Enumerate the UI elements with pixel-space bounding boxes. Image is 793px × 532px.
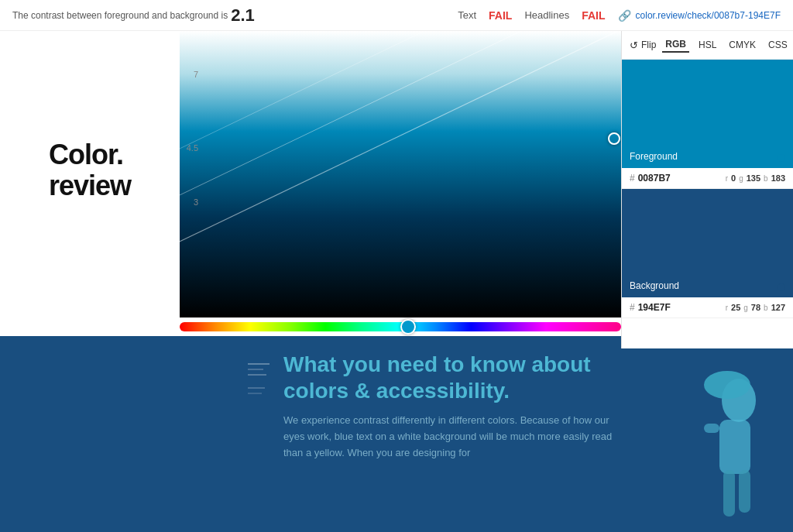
foreground-dot xyxy=(778,154,785,162)
bg-b-value: 127 xyxy=(771,303,785,312)
label-7: 7 xyxy=(180,70,201,79)
deco-line-5 xyxy=(248,393,262,394)
bottom-figure xyxy=(661,369,770,532)
bg-rgb-values: r 25 g 78 b 127 xyxy=(726,303,785,312)
flip-label: Flip xyxy=(641,39,656,50)
contrast-description: The contrast between foreground and back… xyxy=(12,10,228,21)
color-picker-dot[interactable] xyxy=(608,132,620,145)
url-text: color.review/check/0087b7-194E7F xyxy=(636,10,781,21)
contrast-info: The contrast between foreground and back… xyxy=(12,5,458,26)
bottom-section: What you need to know about colors & acc… xyxy=(0,336,793,532)
svg-rect-7 xyxy=(704,424,719,433)
tab-cmyk[interactable]: CMYK xyxy=(726,38,759,52)
fg-r-value: 0 xyxy=(731,173,736,183)
text-label: Text xyxy=(458,9,476,21)
background-input-row: # r 25 g 78 b 127 xyxy=(622,297,793,318)
svg-rect-0 xyxy=(180,31,621,317)
tab-rgb[interactable]: RGB xyxy=(662,37,689,53)
fg-hash: # xyxy=(630,173,635,184)
deco-line-1 xyxy=(248,363,269,365)
decorative-lines xyxy=(248,363,269,394)
headlines-fail-badge: FAIL xyxy=(582,9,605,22)
background-swatch[interactable]: Background xyxy=(622,189,793,297)
foreground-input-row: # r 0 g 135 b 183 xyxy=(622,168,793,189)
deco-line-4 xyxy=(248,387,265,389)
color-panel: ↺ Flip RGB HSL CMYK CSS Foreground # r 0… xyxy=(621,31,793,348)
background-dot xyxy=(778,283,785,291)
headlines-label: Headlines xyxy=(524,9,569,21)
gradient-lines-svg xyxy=(180,31,621,317)
logo: Color. review xyxy=(49,139,131,201)
svg-point-5 xyxy=(704,371,750,399)
bg-g-value: 78 xyxy=(751,303,760,312)
bg-r-value: 25 xyxy=(731,303,740,312)
bg-hex-input[interactable] xyxy=(638,302,723,313)
hue-track[interactable] xyxy=(180,322,621,331)
label-3: 3 xyxy=(180,197,201,207)
label-4-5: 4.5 xyxy=(180,143,201,153)
color-gradient-canvas[interactable] xyxy=(180,31,621,317)
pass-fail-indicators: Text FAIL Headlines FAIL xyxy=(458,9,605,22)
hue-thumb[interactable] xyxy=(400,319,416,335)
foreground-swatch[interactable]: Foreground xyxy=(622,60,793,168)
bottom-content-area: What you need to know about colors & acc… xyxy=(283,352,624,462)
contrast-value: 2.1 xyxy=(231,5,255,26)
flip-icon: ↺ xyxy=(630,39,638,51)
logo-line2: review xyxy=(49,170,131,201)
link-icon: 🔗 xyxy=(618,9,631,22)
fg-rgb-values: r 0 g 135 b 183 xyxy=(726,173,785,183)
background-label: Background xyxy=(630,280,679,291)
flip-button[interactable]: ↺ Flip xyxy=(630,39,656,51)
deco-line-3 xyxy=(248,374,266,376)
bg-hash: # xyxy=(630,302,635,313)
bottom-body: We experience contrast differently in di… xyxy=(283,413,624,461)
svg-rect-9 xyxy=(739,470,750,513)
tab-hsl[interactable]: HSL xyxy=(695,38,719,52)
fg-g-value: 135 xyxy=(747,173,760,183)
contrast-level-labels: 7 4.5 3 xyxy=(180,31,203,317)
fg-hex-input[interactable] xyxy=(638,173,723,184)
url-bar[interactable]: 🔗 color.review/check/0087b7-194E7F xyxy=(618,9,781,22)
text-fail-badge: FAIL xyxy=(489,9,512,22)
svg-rect-8 xyxy=(723,470,735,517)
svg-rect-6 xyxy=(719,420,750,474)
deco-line-2 xyxy=(248,369,263,370)
logo-area: Color. review xyxy=(0,31,180,310)
foreground-label: Foreground xyxy=(630,151,678,162)
bottom-heading: What you need to know about colors & acc… xyxy=(283,352,624,403)
logo-line1: Color. xyxy=(49,139,131,170)
panel-tabs: ↺ Flip RGB HSL CMYK CSS xyxy=(622,31,793,60)
tab-css[interactable]: CSS xyxy=(765,38,791,52)
top-bar: The contrast between foreground and back… xyxy=(0,0,793,31)
hue-slider-container[interactable] xyxy=(180,317,621,336)
fg-b-value: 183 xyxy=(771,173,785,183)
